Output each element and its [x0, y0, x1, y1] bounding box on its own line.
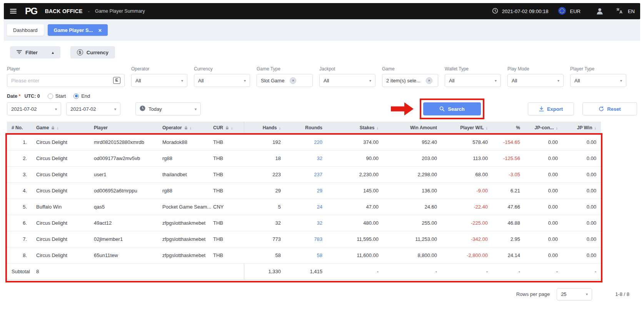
- filter-field-player-type: Player Type All ▾: [570, 66, 626, 87]
- chevron-down-icon: ▾: [557, 78, 559, 83]
- cell-rounds[interactable]: 220: [285, 134, 327, 150]
- tab-dashboard-label: Dashboard: [13, 27, 38, 33]
- operator-select[interactable]: All ▾: [131, 74, 187, 87]
- cell-col: -125.56: [492, 150, 525, 166]
- cell-stakes: 374.00: [327, 134, 383, 150]
- filters-row: Player E Operator All ▾ Currency All ▾: [7, 66, 637, 87]
- column-header-game[interactable]: Game↓: [32, 122, 89, 134]
- radio-start-label: Start: [55, 93, 66, 99]
- cell-jp-con: 0.00: [525, 182, 562, 199]
- wallet-type-select[interactable]: All ▾: [445, 74, 501, 87]
- filter-label-game: Game: [382, 66, 438, 72]
- clear-game-icon[interactable]: ×: [426, 77, 432, 84]
- menu-icon[interactable]: [9, 7, 17, 15]
- radio-end[interactable]: End: [73, 93, 90, 99]
- cell-no: 7.: [7, 231, 32, 247]
- table-body: 1.Circus Delightmrd0820152880xmrdbMorado…: [7, 134, 601, 263]
- cell-rounds[interactable]: 32: [285, 215, 327, 231]
- column-header-jp-con[interactable]: JP-con...↓: [525, 122, 562, 134]
- top-bar: PG BACK OFFICE - Game Player Summary 202…: [4, 3, 640, 19]
- chevron-down-icon: ▾: [114, 107, 116, 111]
- subtotal-cell-jp-con: -: [525, 263, 562, 279]
- cell-rounds[interactable]: 29: [285, 182, 327, 199]
- results-table: # No.Game↓PlayerOperator↓CUR↓Hands↓Round…: [7, 122, 601, 280]
- cell-jp-win: 0.00: [562, 182, 601, 199]
- cell-game: Circus Delight: [32, 166, 89, 182]
- cell-player-w-l: 68.00: [442, 166, 492, 182]
- cell-jp-con: 0.00: [525, 166, 562, 182]
- column-header-stakes[interactable]: Stakes↓: [327, 122, 383, 134]
- tab-game-player-summary[interactable]: Game Player S... ×: [48, 24, 108, 36]
- cell-no: 2.: [7, 150, 32, 166]
- pagination-bar: Rows per page 25 ▾ 1-8 / 8: [7, 288, 629, 301]
- subtotal-cell-player-w-l: -: [442, 263, 492, 279]
- cell-jp-con: 0.00: [525, 134, 562, 150]
- cell-win-amount: 24.60: [383, 199, 442, 215]
- export-button[interactable]: Export: [528, 102, 574, 115]
- jackpot-select[interactable]: All ▾: [319, 74, 375, 87]
- cell-jp-con: 0.00: [525, 215, 562, 231]
- column-header-cur[interactable]: CUR↓: [209, 122, 244, 134]
- cell-operator: Pocket Game Seam...: [158, 199, 209, 215]
- column-header-col: %: [492, 122, 525, 134]
- column-header-operator[interactable]: Operator↓: [158, 122, 209, 134]
- play-mode-select[interactable]: All ▾: [507, 74, 564, 87]
- cell-win-amount: 203.00: [383, 150, 442, 166]
- reset-button[interactable]: Reset: [582, 102, 637, 115]
- currency-indicator[interactable]: EUR: [570, 8, 580, 14]
- cell-player-w-l: 113.00: [442, 150, 492, 166]
- cell-jp-con: 0.00: [525, 231, 562, 247]
- date-to-select[interactable]: 2021-07-02 ▾: [66, 102, 120, 115]
- date-from-select[interactable]: 2021-07-02 ▾: [7, 102, 61, 115]
- game-select[interactable]: 2 item(s) sele... ×: [382, 74, 438, 87]
- close-tab-icon[interactable]: ×: [98, 27, 102, 33]
- cell-cur: THB: [209, 231, 244, 247]
- cell-rounds[interactable]: 237: [285, 166, 327, 182]
- column-header-hands[interactable]: Hands↓: [244, 122, 285, 134]
- cell-stakes: 11,600.00: [327, 247, 383, 263]
- subtotal-cell-no: Subtotal: [7, 263, 32, 279]
- cell-rounds[interactable]: 58: [285, 247, 327, 263]
- user-account-icon[interactable]: [596, 8, 604, 15]
- filter-toggle-button[interactable]: Filter ▴: [10, 46, 60, 58]
- cell-col: -3.05: [492, 166, 525, 182]
- date-actions-row: 2021-07-02 ▾ 2021-07-02 ▾ Today ▾: [7, 102, 637, 115]
- chevron-down-icon: ▾: [195, 107, 197, 111]
- cell-game: Circus Delight: [32, 150, 89, 166]
- search-button[interactable]: Search: [423, 102, 481, 115]
- filter-label-game-type: Game Type: [257, 66, 313, 72]
- operator-select-value: All: [135, 78, 141, 84]
- clear-game-type-icon[interactable]: ×: [290, 77, 296, 84]
- cell-rounds[interactable]: 783: [285, 231, 327, 247]
- cell-rounds[interactable]: 32: [285, 150, 327, 166]
- rows-per-page-select[interactable]: 25 ▾: [557, 288, 592, 301]
- cell-cur: THB: [209, 182, 244, 199]
- eu-flag-icon[interactable]: [558, 7, 566, 16]
- utc-label: UTC: 0: [24, 94, 40, 99]
- current-datetime: 2021-07-02 09:00:18: [502, 8, 549, 14]
- player-type-select[interactable]: All ▾: [570, 74, 626, 87]
- table-row: 8.Circus Delight65un11tewzfpgslotthaskme…: [7, 247, 601, 263]
- tab-dashboard[interactable]: Dashboard: [7, 24, 44, 36]
- column-header-jp-win[interactable]: JP Win↓: [562, 122, 601, 134]
- cell-cur: THB: [209, 215, 244, 231]
- date-preset-value: Today: [148, 106, 162, 112]
- game-type-select[interactable]: Slot Game ×: [257, 74, 313, 87]
- title-separator: -: [88, 8, 90, 14]
- chevron-down-icon: ▾: [620, 78, 622, 83]
- main-content: Filter ▴ S Currency Player E Operator Al…: [4, 41, 640, 301]
- jackpot-select-value: All: [324, 78, 329, 84]
- language-selector[interactable]: EN: [628, 8, 635, 14]
- currency-toggle-button[interactable]: S Currency: [70, 46, 115, 58]
- cell-col: 6.21: [492, 182, 525, 199]
- column-header-player-w-l[interactable]: Player W/L↓: [442, 122, 492, 134]
- game-type-select-value: Slot Game: [261, 78, 284, 84]
- player-search-input[interactable]: [11, 78, 113, 84]
- lock-icon: [51, 126, 55, 130]
- radio-start[interactable]: Start: [48, 93, 66, 99]
- currency-select[interactable]: All ▾: [194, 74, 250, 87]
- date-preset-select[interactable]: Today ▾: [135, 102, 201, 115]
- translate-icon[interactable]: A: [616, 8, 623, 15]
- filter-field-wallet-type: Wallet Type All ▾: [445, 66, 501, 87]
- cell-rounds[interactable]: 24: [285, 199, 327, 215]
